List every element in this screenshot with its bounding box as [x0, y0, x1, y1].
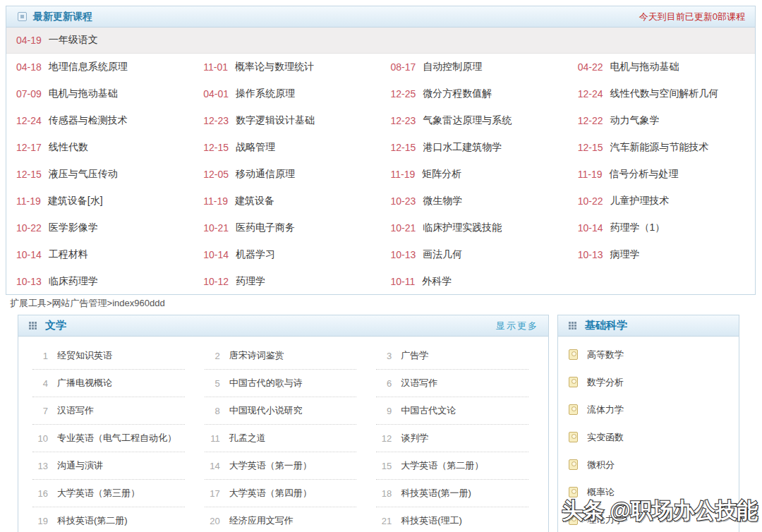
- item-name: 广播电视概论: [57, 377, 112, 389]
- item-number: 16: [32, 488, 48, 499]
- course-date: 11-19: [16, 195, 41, 207]
- course-item[interactable]: 10-13画法几何: [381, 241, 568, 268]
- course-item[interactable]: 10-14药理学（1）: [568, 214, 755, 241]
- featured-course-row[interactable]: 04-19 一年级语文: [6, 28, 755, 54]
- basic-science-item[interactable]: 流体力学: [558, 396, 739, 423]
- course-item[interactable]: 12-15液压与气压传动: [6, 161, 193, 188]
- literature-item[interactable]: 11孔孟之道: [205, 425, 377, 452]
- course-item[interactable]: 12-05移动通信原理: [193, 161, 380, 188]
- literature-item[interactable]: 12谈判学: [376, 425, 548, 452]
- basic-science-item[interactable]: 数学分析: [558, 368, 739, 396]
- literature-item[interactable]: 8中国现代小说研究: [205, 397, 377, 425]
- basic-science-item[interactable]: 微积分: [558, 451, 739, 478]
- literature-item-inner: 1经贸知识英语: [32, 342, 185, 370]
- item-name: 流体力学: [587, 404, 624, 416]
- course-item[interactable]: 11-01概率论与数理统计: [193, 54, 380, 80]
- course-item[interactable]: 07-09电机与拖动基础: [6, 80, 193, 107]
- course-item[interactable]: 10-23微生物学: [381, 188, 568, 214]
- course-item[interactable]: 12-15港口水工建筑物学: [381, 134, 568, 161]
- literature-item[interactable]: 21科技英语(理工): [376, 507, 548, 532]
- basic-science-header: 基础科学: [558, 315, 739, 337]
- course-date: 10-14: [16, 249, 42, 260]
- course-item[interactable]: 10-12药理学: [193, 268, 380, 295]
- course-name: 微分方程数值解: [423, 87, 492, 100]
- course-item[interactable]: 10-14机器学习: [193, 241, 380, 268]
- course-item[interactable]: 12-15汽车新能源与节能技术: [568, 134, 755, 161]
- course-date: 10-21: [391, 222, 416, 234]
- course-name: 医药电子商务: [236, 222, 295, 234]
- course-item[interactable]: 12-23气象雷达原理与系统: [381, 107, 568, 134]
- item-number: 9: [376, 406, 392, 416]
- window-icon: [18, 12, 27, 21]
- literature-item-inner: 3广告学: [376, 342, 528, 370]
- literature-item[interactable]: 19科技英语(第二册): [32, 507, 205, 532]
- item-name: 大学英语（第四册）: [229, 487, 312, 500]
- literature-item[interactable]: 15大学英语（第二册）: [376, 452, 548, 480]
- course-item[interactable]: 12-23数字逻辑设计基础: [193, 107, 380, 134]
- course-item[interactable]: 10-21临床护理实践技能: [381, 214, 568, 241]
- basic-science-item[interactable]: 实变函数: [558, 423, 739, 451]
- course-item[interactable]: 10-13临床药理学: [6, 268, 193, 295]
- course-item[interactable]: 10-11外科学: [381, 268, 568, 295]
- course-name: 外科学: [422, 275, 452, 288]
- course-item[interactable]: 12-17线性代数: [6, 134, 193, 161]
- literature-item[interactable]: 20经济应用文写作: [205, 507, 377, 532]
- literature-item[interactable]: 14大学英语（第一册）: [205, 452, 377, 480]
- course-item[interactable]: 11-19矩阵分析: [381, 161, 568, 188]
- course-name: 汽车新能源与节能技术: [610, 141, 709, 154]
- literature-item-inner: 9中国古代文论: [376, 397, 528, 425]
- literature-item[interactable]: 5中国古代的歌与诗: [205, 370, 377, 397]
- course-item[interactable]: 11-19信号分析与处理: [568, 161, 755, 188]
- course-item[interactable]: 04-18地理信息系统原理: [6, 54, 193, 80]
- course-date: 11-19: [203, 195, 228, 207]
- literature-item-inner: 16大学英语（第三册）: [32, 480, 185, 507]
- basic-science-item[interactable]: 高等数学: [558, 341, 739, 368]
- course-item[interactable]: 12-15战略管理: [193, 134, 380, 161]
- course-item[interactable]: 12-24线性代数与空间解析几何: [568, 80, 755, 107]
- course-item[interactable]: 10-22儿童护理技术: [568, 188, 755, 214]
- daily-update-notice: 今天到目前已更新0部课程: [639, 11, 745, 23]
- course-name: 概率论与数理统计: [235, 61, 314, 73]
- course-item[interactable]: 12-22动力气象学: [568, 107, 755, 134]
- literature-item[interactable]: 16大学英语（第三册）: [32, 480, 205, 507]
- grid-icon: [569, 322, 576, 330]
- literature-item[interactable]: 18科技英语(第一册): [376, 480, 548, 507]
- course-name: 动力气象学: [610, 114, 660, 127]
- course-item[interactable]: 04-22电机与拖动基础: [568, 54, 755, 80]
- literature-item[interactable]: 1经贸知识英语: [32, 342, 205, 370]
- course-item[interactable]: 08-17自动控制原理: [381, 54, 568, 80]
- literature-header: 文学 显示更多: [18, 315, 548, 337]
- show-more-link[interactable]: 显示更多: [496, 320, 538, 332]
- course-item[interactable]: 10-13病理学: [568, 241, 755, 268]
- course-name: 液压与气压传动: [49, 168, 118, 181]
- course-item[interactable]: 10-21医药电子商务: [193, 214, 380, 241]
- literature-item[interactable]: 13沟通与演讲: [32, 452, 205, 480]
- literature-item[interactable]: 10专业英语（电气工程自动化）: [32, 425, 205, 452]
- literature-item[interactable]: 7汉语写作: [32, 397, 205, 425]
- course-item[interactable]: 12-25微分方程数值解: [381, 80, 568, 107]
- course-name: 病理学: [610, 248, 640, 261]
- course-item[interactable]: 10-14工程材料: [6, 241, 193, 268]
- item-name: 汉语写作: [57, 404, 94, 417]
- course-name: 线性代数: [49, 141, 88, 154]
- item-name: 中国古代文论: [401, 404, 456, 417]
- course-item[interactable]: 11-19建筑设备[水]: [6, 188, 193, 214]
- item-name: 科技英语(第一册): [401, 487, 471, 500]
- literature-item[interactable]: 4广播电视概论: [32, 370, 205, 397]
- course-list: 04-18地理信息系统原理11-01概率论与数理统计08-17自动控制原理04-…: [6, 54, 755, 295]
- course-date: 10-22: [16, 222, 42, 234]
- notebook-icon: [569, 459, 578, 470]
- item-number: 4: [32, 378, 48, 389]
- course-date: 12-24: [16, 115, 42, 126]
- literature-item[interactable]: 9中国古代文论: [376, 397, 548, 425]
- literature-item[interactable]: 17大学英语（第四册）: [205, 480, 377, 507]
- course-item[interactable]: 10-22医学影像学: [6, 214, 193, 241]
- literature-item[interactable]: 6汉语写作: [376, 370, 548, 397]
- item-name: 大学英语（第三册）: [57, 487, 140, 500]
- literature-item[interactable]: 3广告学: [376, 342, 548, 370]
- literature-item[interactable]: 2唐宋诗词鉴赏: [205, 342, 377, 370]
- course-item[interactable]: 12-24传感器与检测技术: [6, 107, 193, 134]
- course-item[interactable]: 04-01操作系统原理: [193, 80, 380, 107]
- course-name: 临床护理实践技能: [423, 222, 502, 234]
- course-item[interactable]: 11-19建筑设备: [193, 188, 380, 214]
